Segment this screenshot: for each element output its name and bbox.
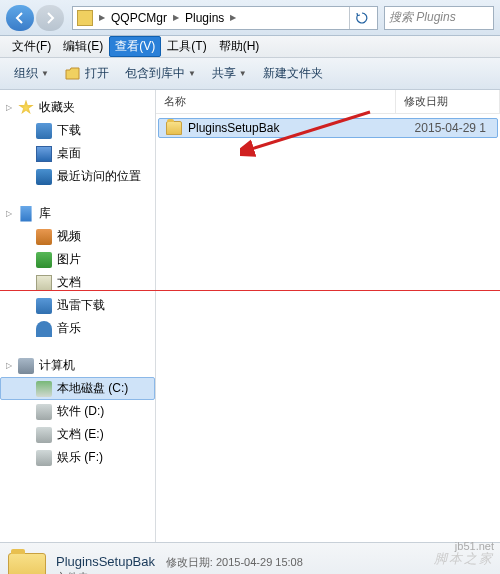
chevron-icon: ▶ bbox=[173, 13, 179, 22]
back-button[interactable] bbox=[6, 5, 34, 31]
arrow-left-icon bbox=[13, 11, 27, 25]
menubar: 文件(F) 编辑(E) 查看(V) 工具(T) 帮助(H) bbox=[0, 36, 500, 58]
chevron-down-icon: ▼ bbox=[188, 69, 196, 78]
menu-file[interactable]: 文件(F) bbox=[6, 36, 57, 57]
folder-large-icon bbox=[8, 553, 46, 575]
search-placeholder: 搜索 Plugins bbox=[389, 9, 456, 26]
menu-help[interactable]: 帮助(H) bbox=[213, 36, 266, 57]
nav-documents[interactable]: 文档 bbox=[0, 271, 155, 294]
nav-music[interactable]: 音乐 bbox=[0, 317, 155, 340]
nav-pane: 收藏夹 下载 桌面 最近访问的位置 库 视频 图片 文档 迅雷下载 音乐 计算机… bbox=[0, 90, 156, 542]
search-input[interactable]: 搜索 Plugins bbox=[384, 6, 494, 30]
pictures-icon bbox=[36, 252, 52, 268]
download-icon bbox=[36, 123, 52, 139]
nav-local-c[interactable]: 本地磁盘 (C:) bbox=[0, 377, 155, 400]
include-button[interactable]: 包含到库中▼ bbox=[117, 61, 204, 86]
open-button[interactable]: 打开 bbox=[57, 61, 117, 86]
chevron-down-icon: ▼ bbox=[41, 69, 49, 78]
file-name: PluginsSetupBak bbox=[188, 121, 415, 135]
disk-icon bbox=[36, 427, 52, 443]
documents-icon bbox=[36, 275, 52, 291]
nav-xunlei[interactable]: 迅雷下载 bbox=[0, 294, 155, 317]
arrow-right-icon bbox=[43, 11, 57, 25]
download-icon bbox=[36, 298, 52, 314]
folder-icon bbox=[166, 121, 182, 135]
address-bar[interactable]: ▶ QQPCMgr ▶ Plugins ▶ bbox=[72, 6, 378, 30]
nav-desktop[interactable]: 桌面 bbox=[0, 142, 155, 165]
details-type: 文件夹 bbox=[56, 570, 303, 574]
menu-view[interactable]: 查看(V) bbox=[109, 36, 161, 57]
nav-computer[interactable]: 计算机 bbox=[0, 354, 155, 377]
details-name: PluginsSetupBak 修改日期: 2015-04-29 15:08 bbox=[56, 554, 303, 570]
nav-recent[interactable]: 最近访问的位置 bbox=[0, 165, 155, 188]
recent-icon bbox=[36, 169, 52, 185]
music-icon bbox=[36, 321, 52, 337]
details-pane: PluginsSetupBak 修改日期: 2015-04-29 15:08 文… bbox=[0, 542, 500, 574]
body-area: 收藏夹 下载 桌面 最近访问的位置 库 视频 图片 文档 迅雷下载 音乐 计算机… bbox=[0, 90, 500, 542]
library-icon bbox=[18, 206, 34, 222]
nav-pictures[interactable]: 图片 bbox=[0, 248, 155, 271]
col-date[interactable]: 修改日期 bbox=[396, 90, 500, 113]
open-folder-icon bbox=[65, 67, 81, 81]
nav-favorites[interactable]: 收藏夹 bbox=[0, 96, 155, 119]
nav-videos[interactable]: 视频 bbox=[0, 225, 155, 248]
titlebar: ▶ QQPCMgr ▶ Plugins ▶ 搜索 Plugins bbox=[0, 0, 500, 36]
col-name[interactable]: 名称 bbox=[156, 90, 396, 113]
nav-disk-d[interactable]: 软件 (D:) bbox=[0, 400, 155, 423]
forward-button[interactable] bbox=[36, 5, 64, 31]
share-button[interactable]: 共享▼ bbox=[204, 61, 255, 86]
video-icon bbox=[36, 229, 52, 245]
organize-button[interactable]: 组织▼ bbox=[6, 61, 57, 86]
chevron-icon: ▶ bbox=[99, 13, 105, 22]
nav-disk-e[interactable]: 文档 (E:) bbox=[0, 423, 155, 446]
disk-icon bbox=[36, 450, 52, 466]
folder-icon bbox=[77, 10, 93, 26]
menu-tools[interactable]: 工具(T) bbox=[161, 36, 212, 57]
breadcrumb-seg[interactable]: QQPCMgr bbox=[107, 9, 171, 27]
newfolder-button[interactable]: 新建文件夹 bbox=[255, 61, 331, 86]
file-row[interactable]: PluginsSetupBak 2015-04-29 1 bbox=[158, 118, 498, 138]
desktop-icon bbox=[36, 146, 52, 162]
chevron-icon: ▶ bbox=[230, 13, 236, 22]
content-pane: 名称 修改日期 PluginsSetupBak 2015-04-29 1 bbox=[156, 90, 500, 542]
watermark: 脚本之家 bbox=[434, 550, 494, 568]
disk-icon bbox=[36, 381, 52, 397]
refresh-icon bbox=[356, 12, 368, 24]
nav-libraries[interactable]: 库 bbox=[0, 202, 155, 225]
file-date: 2015-04-29 1 bbox=[415, 121, 486, 135]
nav-downloads[interactable]: 下载 bbox=[0, 119, 155, 142]
menu-edit[interactable]: 编辑(E) bbox=[57, 36, 109, 57]
computer-icon bbox=[18, 358, 34, 374]
nav-disk-f[interactable]: 娱乐 (F:) bbox=[0, 446, 155, 469]
refresh-button[interactable] bbox=[349, 7, 373, 29]
column-headers: 名称 修改日期 bbox=[156, 90, 500, 114]
disk-icon bbox=[36, 404, 52, 420]
chevron-down-icon: ▼ bbox=[239, 69, 247, 78]
star-icon bbox=[18, 100, 34, 116]
toolbar: 组织▼ 打开 包含到库中▼ 共享▼ 新建文件夹 bbox=[0, 58, 500, 90]
breadcrumb-seg[interactable]: Plugins bbox=[181, 9, 228, 27]
